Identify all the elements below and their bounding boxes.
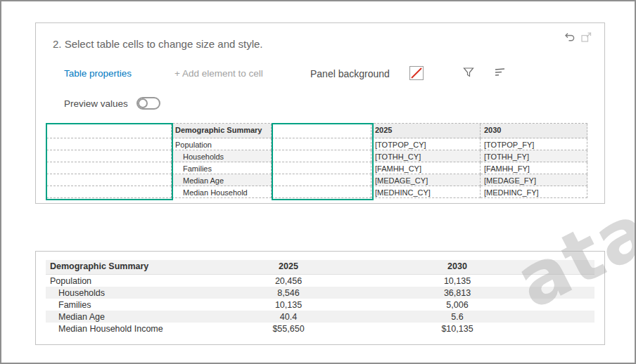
editor-value-cell[interactable]: [MEDHINC_FY] [481,186,587,198]
editor-table: Demographic Summary 2025 2030 Population… [46,123,587,198]
editor-cell[interactable] [272,186,371,198]
editor-row-label[interactable]: Median Household [172,186,272,198]
step-title: 2. Select table cells to change size and… [53,38,263,50]
filter-icon[interactable] [463,67,474,78]
preview-value: 40.4 [204,311,373,323]
editor-value-cell[interactable]: [TOTPOP_CY] [371,138,481,150]
add-element-to-cell-button[interactable]: + Add element to cell [174,68,263,79]
preview-value: 20,456 [204,275,373,287]
preview-values-toggle[interactable] [136,97,160,110]
no-fill-swatch[interactable] [409,66,424,80]
editor-cell[interactable] [272,150,371,162]
editor-row-label[interactable]: Population [172,138,272,150]
preview-header-spacer [542,260,594,275]
preview-value: $10,135 [373,323,542,334]
preview-panel: Demographic Summary 2025 2030 Population… [35,251,605,345]
editor-cell[interactable] [46,186,172,198]
editor-cell[interactable] [46,162,172,174]
editor-row-label[interactable]: Households [172,150,272,162]
editor-value-cell[interactable]: [TOTHH_CY] [371,150,481,162]
panel-background-label: Panel background [310,68,390,79]
editor-value-cell[interactable]: [FAMHH_FY] [481,162,587,174]
preview-header-2025: 2025 [204,260,373,275]
undo-icon[interactable] [564,32,575,42]
preview-header-2030: 2030 [373,260,542,275]
editor-header-2025[interactable]: 2025 [371,124,481,138]
screenshot-frame: 2. Select table cells to change size and… [0,0,636,364]
editor-value-cell[interactable]: [TOTPOP_FY] [481,138,587,150]
preview-spacer [542,299,594,311]
preview-value: 8,546 [204,287,373,299]
preview-spacer [542,275,594,287]
sort-icon[interactable] [495,67,506,78]
editor-header-2030[interactable]: 2030 [481,124,587,138]
toggle-knob [138,98,148,108]
editor-row-label[interactable]: Families [172,162,272,174]
preview-row-label: Median Household Income [46,323,204,334]
preview-row-label: Population [46,275,204,287]
editor-cell[interactable] [272,162,371,174]
editor-cell[interactable] [46,174,172,186]
preview-values-row: Preview values [64,97,160,110]
editor-cell[interactable] [272,124,371,138]
editor-value-cell[interactable]: [MEDHINC_CY] [371,186,481,198]
preview-value: $55,650 [204,323,373,334]
popout-icon[interactable] [581,32,592,42]
editor-value-cell[interactable]: [MEDAGE_FY] [481,174,587,186]
preview-row-label: Families [46,299,204,311]
preview-spacer [542,311,594,323]
preview-spacer [542,323,594,334]
editor-value-cell[interactable]: [MEDAGE_CY] [371,174,481,186]
preview-values-label: Preview values [64,98,128,109]
table-properties-tab[interactable]: Table properties [64,68,132,79]
preview-spacer [542,287,594,299]
preview-table: Demographic Summary 2025 2030 Population… [46,260,594,334]
editor-cell[interactable] [46,150,172,162]
editor-row-label[interactable]: Median Age [172,174,272,186]
editor-cell[interactable] [272,174,371,186]
editor-panel: 2. Select table cells to change size and… [35,22,605,204]
editor-header-name[interactable]: Demographic Summary [172,124,272,138]
preview-value: 10,135 [204,299,373,311]
editor-cell[interactable] [272,138,371,150]
editor-value-cell[interactable]: [FAMHH_CY] [371,162,481,174]
editor-cell[interactable] [46,124,172,138]
preview-header-name: Demographic Summary [46,260,204,275]
history-controls [564,32,592,42]
editor-cell[interactable] [46,138,172,150]
preview-value: 5,006 [373,299,542,311]
preview-value: 5.6 [373,311,542,323]
preview-row-label: Median Age [46,311,204,323]
preview-row-label: Households [46,287,204,299]
preview-value: 36,813 [373,287,542,299]
editor-value-cell[interactable]: [TOTHH_FY] [481,150,587,162]
preview-value: 10,135 [373,275,542,287]
